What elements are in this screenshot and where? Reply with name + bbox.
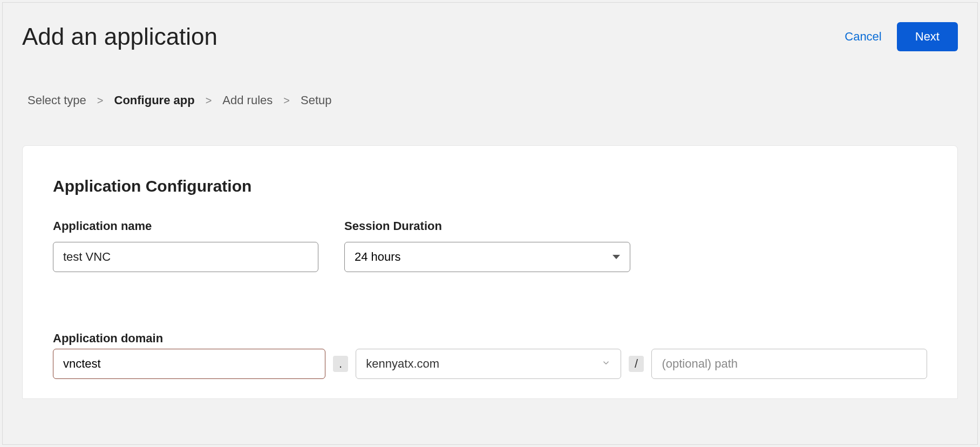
breadcrumb-step-select-type[interactable]: Select type xyxy=(28,93,86,107)
chevron-right-icon: > xyxy=(283,94,290,107)
caret-down-icon xyxy=(612,255,620,259)
subdomain-input[interactable] xyxy=(53,349,325,379)
path-input[interactable] xyxy=(651,349,927,379)
page-title: Add an application xyxy=(22,23,217,50)
dot-separator: . xyxy=(333,356,348,372)
domain-select[interactable]: kennyatx.com xyxy=(356,349,621,379)
chevron-right-icon: > xyxy=(206,94,212,107)
breadcrumb-step-configure-app: Configure app xyxy=(114,93,195,107)
session-duration-select[interactable]: 24 hours xyxy=(344,242,630,272)
next-button[interactable]: Next xyxy=(897,22,958,51)
header-actions: Cancel Next xyxy=(845,22,958,51)
app-name-label: Application name xyxy=(53,219,318,233)
domain-select-value: kennyatx.com xyxy=(366,357,439,371)
cancel-button[interactable]: Cancel xyxy=(845,30,881,44)
chevron-right-icon: > xyxy=(97,94,104,107)
config-card: Application Configuration Application na… xyxy=(22,145,958,399)
section-title: Application Configuration xyxy=(53,177,927,195)
breadcrumb-step-setup: Setup xyxy=(301,93,332,107)
app-name-input[interactable] xyxy=(53,242,318,272)
session-duration-value: 24 hours xyxy=(355,250,401,264)
breadcrumb: Select type > Configure app > Add rules … xyxy=(3,51,977,107)
slash-separator: / xyxy=(629,356,644,372)
chevron-down-icon xyxy=(601,358,611,370)
app-domain-label: Application domain xyxy=(53,331,163,345)
breadcrumb-step-add-rules: Add rules xyxy=(222,93,273,107)
session-duration-label: Session Duration xyxy=(344,219,630,233)
